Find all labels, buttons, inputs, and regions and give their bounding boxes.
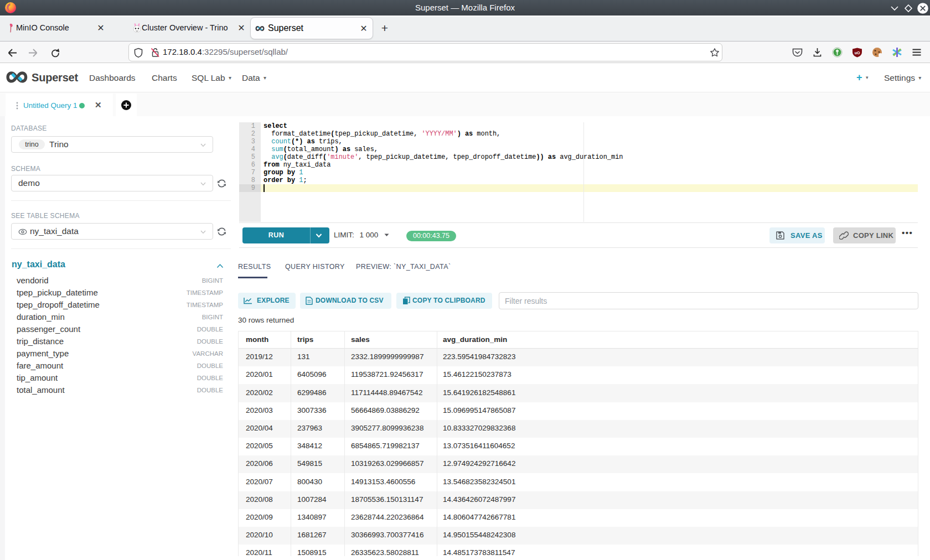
svg-text:uO: uO (855, 51, 860, 55)
